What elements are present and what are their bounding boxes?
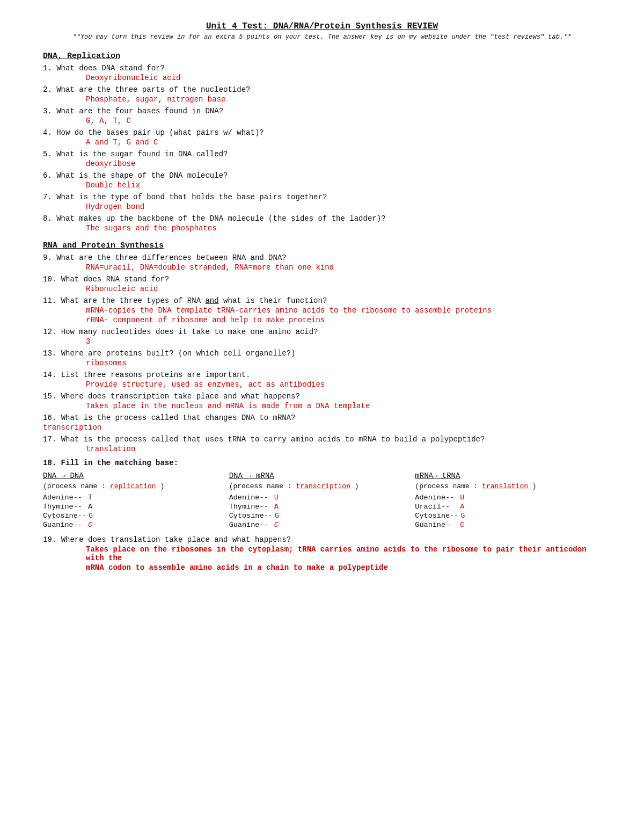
q12-block: 12. How many nucleotides does it take to… (43, 328, 601, 346)
fill-table: DNA → DNA (process name : replication ) … (43, 472, 601, 529)
q1-question: 1. What does DNA stand for? (43, 64, 601, 72)
col2-base3: Cytosine-- (229, 512, 273, 520)
q1-text: What does DNA stand for? (56, 64, 165, 72)
q11-text: What are the three types of RNA and what… (61, 296, 327, 305)
col1-row3: Cytosine-- G (43, 512, 229, 520)
q11-question: 11. What are the three types of RNA and … (43, 296, 601, 305)
col3-row3: Cytosine-- G (415, 512, 601, 520)
q11-answer2: rRNA- component of ribosome and help to … (86, 316, 601, 324)
q11-answer1: mRNA-copies the DNA template tRNA-carrie… (86, 306, 601, 315)
col1-process: (process name : replication ) (43, 482, 229, 490)
q11-num: 11. (43, 296, 56, 305)
q17-question: 17. What is the process called that uses… (43, 435, 601, 444)
q15-answer: Takes place in the nucleus and mRNA is m… (86, 402, 601, 410)
col2-match3: G (275, 512, 279, 520)
q2-text: What are the three parts of the nucleoti… (56, 85, 250, 94)
q10-num: 10. (43, 275, 56, 284)
col3-base4: Guanine— (415, 521, 458, 529)
q6-question: 6. What is the shape of the DNA molecule… (43, 171, 601, 180)
col2-match2: A (274, 503, 279, 511)
col3-row2: Uracil-- A (415, 503, 601, 511)
col1-process-prefix: (process name : (43, 482, 106, 490)
q5-question: 5. What is the sugar found in DNA called… (43, 150, 601, 158)
section-dna-replication: DNA, Replication 1. What does DNA stand … (43, 52, 601, 233)
fill-col-dna-mrna: DNA → mRNA (process name : transcription… (229, 472, 415, 529)
q3-block: 3. What are the four bases found in DNA?… (43, 107, 601, 125)
col2-row1: Adenine-- U (229, 494, 415, 502)
q3-answer: G, A, T, C (86, 117, 601, 125)
q6-block: 6. What is the shape of the DNA molecule… (43, 171, 601, 190)
q11-block: 11. What are the three types of RNA and … (43, 296, 601, 324)
q9-question: 9. What are the three differences betwee… (43, 253, 601, 262)
q10-question: 10. What does RNA stand for? (43, 275, 601, 284)
q15-block: 15. Where does transcription take place … (43, 392, 601, 410)
q5-num: 5. (43, 150, 52, 158)
col2-row3: Cytosine-- G (229, 512, 415, 520)
q7-text: What is the type of bond that holds the … (56, 193, 327, 201)
col2-match1: U (274, 494, 279, 502)
section-rna-protein: RNA and Protein Synthesis 9. What are th… (43, 241, 601, 453)
q14-num: 14. (43, 371, 56, 379)
section-fill-in: 18. Fill in the matching base: DNA → DNA… (43, 459, 601, 529)
col1-base2: Thymine-- (43, 503, 86, 511)
q17-num: 17. (43, 435, 56, 444)
col2-process-prefix: (process name : (229, 482, 292, 490)
col2-process: (process name : transcription ) (229, 482, 415, 490)
q10-text: What does RNA stand for? (61, 275, 170, 284)
col3-row4: Guanine— C (415, 521, 601, 529)
q15-num: 15. (43, 392, 56, 401)
q18-label: 18. Fill in the matching base: (43, 459, 601, 467)
q7-answer: Hydrogen bond (86, 202, 601, 211)
q16-question: 16. What is the process called that chan… (43, 414, 601, 422)
col2-process-suffix: ) (355, 482, 359, 490)
q4-answer: A and T, G and C (86, 138, 601, 147)
q17-block: 17. What is the process called that uses… (43, 435, 601, 453)
q5-answer: deoxyribose (86, 159, 601, 168)
q8-question: 8. What makes up the backbone of the DNA… (43, 214, 601, 223)
col1-base3: Cytosine-- (43, 512, 86, 520)
col1-row4: Guanine-- C (43, 521, 229, 529)
q9-answer: RNA=uracil, DNA=double stranded, RNA=mor… (86, 263, 601, 272)
col3-process: (process name : translation ) (415, 482, 601, 490)
col1-match1: T (88, 494, 92, 502)
q5-text: What is the sugar found in DNA called? (56, 150, 228, 158)
q17-text: What is the process called that uses tRN… (61, 435, 485, 444)
q12-num: 12. (43, 328, 56, 336)
q13-answer: ribosomes (86, 359, 601, 367)
q6-answer: Double helix (86, 181, 601, 190)
q8-block: 8. What makes up the backbone of the DNA… (43, 214, 601, 233)
q9-block: 9. What are the three differences betwee… (43, 253, 601, 272)
col2-header: DNA → mRNA (229, 472, 415, 480)
col1-process-name: replication (110, 482, 156, 490)
q7-block: 7. What is the type of bond that holds t… (43, 193, 601, 211)
q19-text: Where does translation take place and wh… (61, 535, 291, 544)
q7-question: 7. What is the type of bond that holds t… (43, 193, 601, 201)
q1-answer: Deoxyribonucleic acid (86, 74, 601, 82)
q19-num: 19. (43, 535, 56, 544)
fill-col-dna-dna: DNA → DNA (process name : replication ) … (43, 472, 229, 529)
q9-num: 9. (43, 253, 52, 262)
q8-text: What makes up the backbone of the DNA mo… (56, 214, 385, 223)
col1-match4: C (88, 521, 92, 529)
q16-answer: transcription (43, 423, 601, 432)
col1-base1: Adenine-- (43, 494, 86, 502)
q13-num: 13. (43, 349, 56, 358)
q2-answer: Phosphate, sugar, nitrogen base (86, 95, 601, 104)
col1-row2: Thymine-- A (43, 503, 229, 511)
q19-answer1: Takes place on the ribosomes in the cyto… (86, 545, 601, 562)
col3-base1: Adenine-- (415, 494, 458, 502)
page-subtitle: **You may turn this review in for an ext… (43, 33, 601, 41)
section2-header: RNA and Protein Synthesis (43, 241, 601, 250)
section1-header: DNA, Replication (43, 52, 601, 61)
q14-text: List three reasons proteins are importan… (61, 371, 251, 379)
col2-process-name: transcription (296, 482, 350, 490)
q4-num: 4. (43, 128, 52, 137)
col2-base1: Adenine-- (229, 494, 272, 502)
col1-match2: A (88, 503, 92, 511)
q12-question: 12. How many nucleotides does it take to… (43, 328, 601, 336)
q15-text: Where does transcription take place and … (61, 392, 300, 401)
q8-num: 8. (43, 214, 52, 223)
col1-base4: Guanine-- (43, 521, 86, 529)
q2-num: 2. (43, 85, 52, 94)
page-container: Unit 4 Test: DNA/RNA/Protein Synthesis R… (43, 21, 601, 572)
